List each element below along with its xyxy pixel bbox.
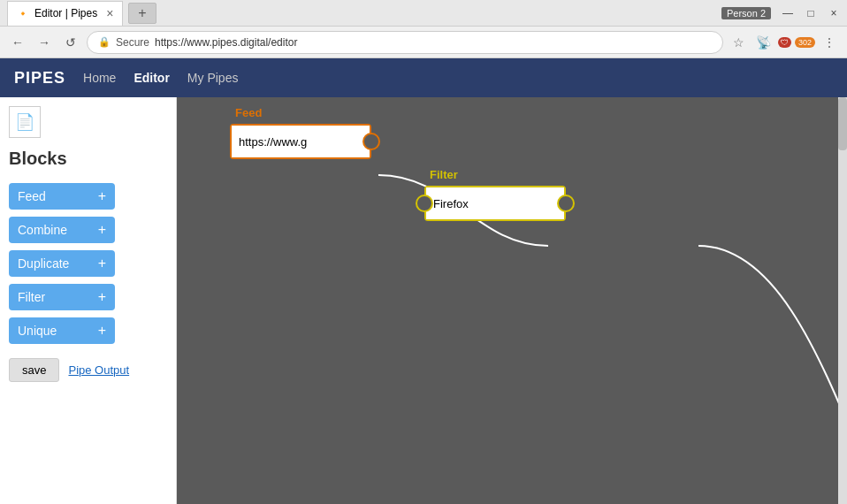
nav-home[interactable]: Home [83, 67, 116, 88]
new-tab-button[interactable]: + [128, 3, 156, 24]
canvas[interactable]: Feed Filter [177, 97, 847, 504]
extension-badge: 🛡 [778, 37, 791, 48]
block-combine-plus-icon: + [98, 222, 106, 238]
blocks-title: Blocks [9, 149, 167, 169]
block-unique-button[interactable]: Unique + [9, 317, 115, 344]
main-container: 📄 Blocks Feed + Combine + Duplicate + Fi… [0, 97, 847, 504]
block-feed-button[interactable]: Feed + [9, 183, 115, 210]
feed-block-label: Feed [235, 106, 262, 119]
cast-icon[interactable]: 📡 [753, 32, 775, 53]
nav-mypipes[interactable]: My Pipes [187, 67, 239, 88]
tab-close-button[interactable]: × [106, 6, 113, 20]
pipe-output-link[interactable]: Pipe Output [68, 363, 129, 377]
address-bar: ← → ↺ 🔒 Secure https://www.pipes.digital… [0, 27, 847, 58]
block-filter-plus-icon: + [98, 289, 106, 305]
menu-icon[interactable]: ⋮ [819, 32, 840, 53]
filter-block[interactable]: Filter [424, 186, 566, 221]
tab-icon: 🔸 [17, 8, 29, 19]
filter-block-label: Filter [430, 168, 458, 181]
brand-logo: PIPES [14, 69, 65, 88]
filter-input-dot[interactable] [416, 195, 433, 212]
maximize-button[interactable]: □ [805, 7, 817, 19]
title-bar-right: Person 2 — □ × [721, 7, 840, 19]
feed-block[interactable]: Feed [230, 124, 371, 159]
scrollbar-thumb[interactable] [838, 97, 847, 150]
person-badge: Person 2 [721, 7, 771, 19]
back-button[interactable]: ← [7, 32, 28, 53]
browser-tab[interactable]: 🔸 Editor | Pipes × [7, 1, 123, 26]
extension-count: 302 [795, 37, 815, 48]
reload-button[interactable]: ↺ [60, 32, 81, 53]
forward-button[interactable]: → [34, 32, 55, 53]
block-feed-plus-icon: + [98, 188, 106, 204]
close-button[interactable]: × [828, 7, 840, 19]
secure-label: Secure [116, 36, 149, 49]
filter-output-dot[interactable] [557, 195, 575, 212]
block-duplicate-plus-icon: + [98, 256, 106, 271]
block-filter-button[interactable]: Filter + [9, 284, 115, 310]
sidebar-bottom: save Pipe Output [9, 358, 167, 382]
nav-editor[interactable]: Editor [134, 67, 169, 88]
bookmark-icon[interactable]: ☆ [729, 32, 750, 53]
scrollbar-track [838, 97, 847, 504]
address-right-icons: ☆ 📡 🛡 302 ⋮ [729, 32, 840, 53]
minimize-button[interactable]: — [782, 7, 794, 19]
tab-label: Editor | Pipes [34, 7, 97, 19]
title-bar-left: 🔸 Editor | Pipes × + [7, 1, 156, 26]
title-bar: 🔸 Editor | Pipes × + Person 2 — □ × [0, 0, 847, 27]
address-input[interactable]: 🔒 Secure https://www.pipes.digital/edito… [87, 31, 723, 54]
block-duplicate-button[interactable]: Duplicate + [9, 250, 115, 277]
save-button[interactable]: save [9, 358, 59, 382]
lock-icon: 🔒 [98, 36, 111, 48]
filter-block-input[interactable] [426, 187, 564, 219]
sidebar: 📄 Blocks Feed + Combine + Duplicate + Fi… [0, 97, 177, 504]
block-unique-plus-icon: + [98, 323, 106, 339]
new-file-button[interactable]: 📄 [9, 106, 41, 138]
block-combine-button[interactable]: Combine + [9, 217, 115, 243]
nav-bar: PIPES Home Editor My Pipes [0, 58, 847, 97]
feed-block-input[interactable] [232, 126, 370, 157]
url-display: https://www.pipes.digital/editor [155, 36, 297, 49]
feed-output-dot[interactable] [362, 133, 380, 150]
